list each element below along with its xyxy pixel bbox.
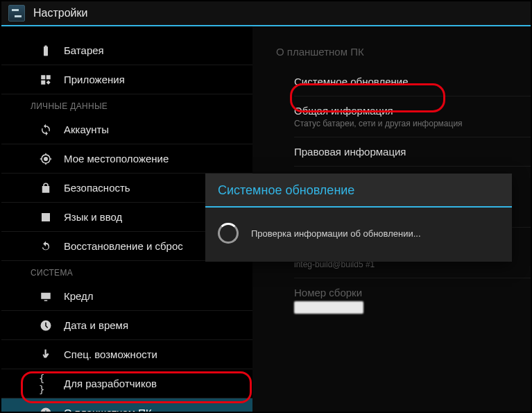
battery-icon [39,44,53,58]
sidebar-item-cradle[interactable]: Кредл [1,282,252,311]
section-header-system: СИСТЕМА [1,261,252,282]
item-system-update[interactable]: Системное обновление [294,67,531,96]
settings-icon [8,5,25,22]
system-update-dialog: Системное обновление Проверка информации… [205,174,512,262]
sidebar-item-about-tablet[interactable]: О планшетном ПК [1,398,252,412]
item-build-number[interactable]: Номер сборки [294,278,531,322]
status-bar: Настройки [1,1,531,26]
app-title: Настройки [33,7,87,19]
item-legal-info[interactable]: Правовая информация [294,137,531,167]
language-icon [39,210,53,224]
sidebar-label: Безопасность [64,182,130,194]
sidebar-item-location[interactable]: Мое местоположение [1,144,252,174]
sidebar-label: Дата и время [64,319,128,331]
sidebar-label: Аккаунты [64,124,109,135]
sidebar-label: Батарея [64,44,104,56]
spinner-icon [218,223,239,244]
dialog-title: Системное обновление [205,174,512,208]
info-icon [39,406,53,412]
sidebar-item-accessibility[interactable]: Спец. возможности [1,340,252,369]
hand-icon [39,348,53,362]
sidebar-label: Кредл [64,290,94,302]
lock-icon [39,181,53,195]
detail-title: Системное обновление [294,76,531,87]
sidebar-item-developer[interactable]: { } Для разработчиков [1,369,252,398]
sidebar-item-apps[interactable]: Приложения [1,65,252,94]
sidebar-label: Приложения [64,74,125,85]
sync-icon [39,123,53,137]
sidebar-label: Язык и ввод [64,211,122,223]
apps-icon [39,73,53,87]
sidebar-label: Мое местоположение [64,153,169,165]
section-header-personal: ЛИЧНЫЕ ДАННЫЕ [1,94,252,115]
display-icon [39,289,53,303]
detail-title: Общая информация [294,105,531,117]
item-general-info[interactable]: Общая информация Статус батареи, сети и … [294,96,531,137]
sidebar-label: Для разработчиков [64,378,157,389]
detail-title: Номер сборки [294,287,531,298]
main-header: О планшетном ПК [252,42,531,67]
detail-sub: Статус батареи, сети и другая информация [294,119,531,128]
reset-icon [39,239,53,253]
clock-icon [39,319,53,332]
sidebar-label: Восстановление и сброс [64,240,183,252]
detail-title: Правовая информация [294,146,531,158]
braces-icon: { } [39,377,53,391]
dialog-message: Проверка информации об обновлении... [251,228,421,239]
redacted-value [294,301,363,314]
location-icon [39,152,53,166]
sidebar-label: Спец. возможности [64,348,157,360]
sidebar-item-datetime[interactable]: Дата и время [1,311,252,340]
sidebar-item-accounts[interactable]: Аккаунты [1,115,252,144]
sidebar-item-battery[interactable]: Батарея [1,36,252,65]
sidebar-label: О планшетном ПК [64,407,152,412]
